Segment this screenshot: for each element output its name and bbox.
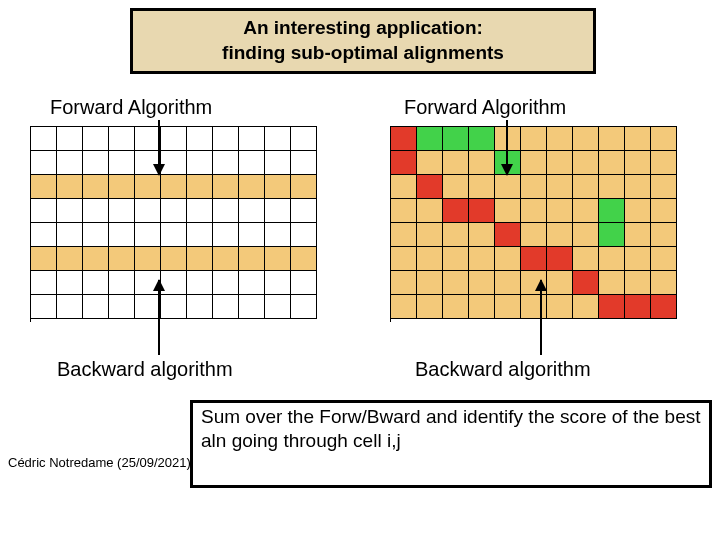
grid-cell [161, 223, 187, 247]
grid-cell [31, 151, 57, 175]
grid-cell [443, 295, 469, 319]
grid-cell [161, 295, 187, 319]
grid-cell [573, 151, 599, 175]
grid-cell [625, 199, 651, 223]
grid-cell [521, 247, 547, 271]
grid-cell [239, 295, 265, 319]
footer-credit: Cédric Notredame (25/09/2021) [8, 455, 191, 470]
grid-cell [599, 151, 625, 175]
grid-cell [443, 151, 469, 175]
grid-cell [469, 199, 495, 223]
grid-cell [31, 223, 57, 247]
grid-cell [213, 127, 239, 151]
grid-cell [265, 175, 291, 199]
arrow-forward-left [158, 120, 160, 175]
grid-cell [391, 199, 417, 223]
grid-cell [417, 151, 443, 175]
grid-cell [599, 175, 625, 199]
grid-cell [573, 175, 599, 199]
title-line-1: An interesting application: [133, 16, 593, 41]
grid-cell [291, 151, 317, 175]
grid-cell [417, 199, 443, 223]
grid-cell [547, 271, 573, 295]
grid-cell [521, 295, 547, 319]
grid-cell [547, 151, 573, 175]
grid-cell [417, 247, 443, 271]
grid-cell [187, 271, 213, 295]
grid-cell [469, 127, 495, 151]
grid-cell [391, 247, 417, 271]
grid-cell [599, 247, 625, 271]
grid-cell [213, 247, 239, 271]
grid-cell [239, 127, 265, 151]
grid-cell [469, 175, 495, 199]
label-forward-right: Forward Algorithm [404, 96, 566, 119]
grid-cell [469, 247, 495, 271]
grid-cell [547, 247, 573, 271]
grid-cell [625, 127, 651, 151]
grid-cell [469, 295, 495, 319]
grid-cell [495, 199, 521, 223]
grid-cell [31, 247, 57, 271]
grid-cell [547, 127, 573, 151]
grid-cell [239, 199, 265, 223]
grid-cell [495, 127, 521, 151]
grid-cell [57, 199, 83, 223]
grid-cell [291, 271, 317, 295]
grid-cell [573, 223, 599, 247]
grid-cell [109, 175, 135, 199]
grid-cell [291, 199, 317, 223]
grid-cell [417, 271, 443, 295]
grid-cell [57, 127, 83, 151]
grid-cell [109, 271, 135, 295]
grid-cell [599, 127, 625, 151]
grid-cell [625, 151, 651, 175]
grid-cell [213, 223, 239, 247]
grid-cell [187, 223, 213, 247]
grid-cell [599, 295, 625, 319]
grid-cell [651, 271, 677, 295]
grid-cell [187, 295, 213, 319]
grid-cell [31, 127, 57, 151]
grid-cell [135, 175, 161, 199]
grid-cell [573, 199, 599, 223]
grid-cell [391, 175, 417, 199]
grid-cell [625, 295, 651, 319]
grid-cell [83, 271, 109, 295]
grid-cell [521, 175, 547, 199]
grid-cell [109, 199, 135, 223]
grid-cell [391, 295, 417, 319]
grid-cell [443, 271, 469, 295]
grid-cell [213, 271, 239, 295]
grid-cell [469, 223, 495, 247]
grid-cell [599, 199, 625, 223]
grid-cell [291, 223, 317, 247]
label-forward-left: Forward Algorithm [50, 96, 212, 119]
grid-cell [83, 175, 109, 199]
arrow-backward-left [158, 280, 160, 355]
grid-cell [161, 127, 187, 151]
grid-cell [265, 247, 291, 271]
grid-cell [187, 151, 213, 175]
grid-cell [213, 175, 239, 199]
grid-cell [265, 295, 291, 319]
grid-cell [265, 271, 291, 295]
grid-cell [291, 127, 317, 151]
grid-cell [573, 247, 599, 271]
grid-cell [109, 151, 135, 175]
grid-cell [213, 295, 239, 319]
grid-cell [239, 151, 265, 175]
grid-cell [239, 223, 265, 247]
grid-cell [265, 223, 291, 247]
label-backward-right: Backward algorithm [415, 358, 591, 381]
grid-cell [83, 199, 109, 223]
grid-cell [599, 223, 625, 247]
grid-cell [651, 223, 677, 247]
grid-cell [495, 175, 521, 199]
grid-cell [57, 175, 83, 199]
grid-cell [391, 223, 417, 247]
grid-cell [83, 295, 109, 319]
grid-cell [625, 247, 651, 271]
title-line-2: finding sub-optimal alignments [133, 41, 593, 66]
grid-cell [469, 271, 495, 295]
